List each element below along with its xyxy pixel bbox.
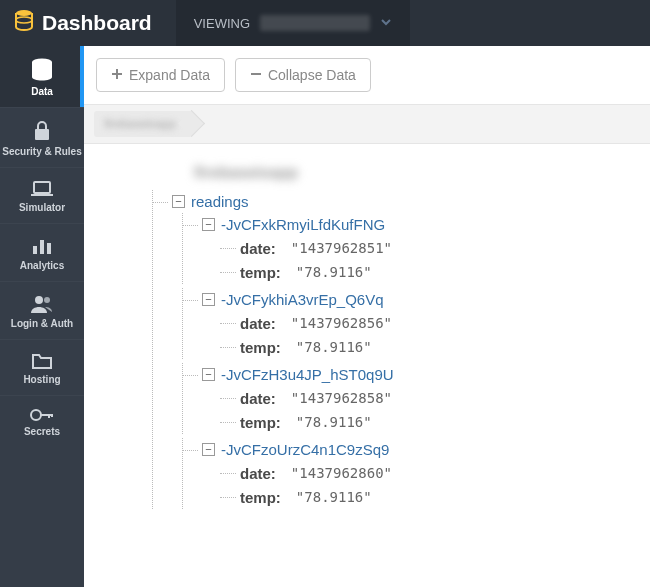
sidebar-item-label: Security & Rules [2,146,81,157]
node-key[interactable]: -JvCFzH3u4JP_hST0q9U [221,366,394,383]
svg-rect-3 [35,129,49,140]
node-key[interactable]: -JvCFxkRmyiLfdKufFNG [221,216,385,233]
leaf-value: "1437962860" [288,464,395,482]
leaf-key: temp [240,414,287,431]
viewing-selector[interactable]: VIEWING firebase-app-7b4e [176,0,410,46]
sidebar-item-secrets[interactable]: Secrets [0,395,84,447]
breadcrumb-bar: firebaseioapp [84,105,650,144]
tree-node-entry: − -JvCFzH3u4JP_hST0q9U date "1437962858"… [174,363,630,434]
expand-data-button[interactable]: Expand Data [96,58,225,92]
tree-leaf: temp "78.9116" [204,260,630,284]
sidebar-item-hosting[interactable]: Hosting [0,339,84,395]
sidebar-item-security[interactable]: Security & Rules [0,107,84,167]
tree-node-readings: − readings − -JvCFxkRmyiLfdKufFNG date "… [144,190,630,509]
node-key[interactable]: -JvCFzoUrzC4n1C9zSq9 [221,441,389,458]
leaf-value: "1437962856" [288,314,395,332]
svg-point-11 [31,410,41,420]
tree-leaf: temp "78.9116" [204,335,630,359]
leaf-value: "78.9116" [293,338,375,356]
sidebar-item-label: Simulator [19,202,65,213]
breadcrumb-root[interactable]: firebaseioapp [94,111,192,137]
tree-node-entry: − -JvCFxkRmyiLfdKufFNG date "1437962851"… [174,213,630,284]
leaf-value: "78.9116" [293,488,375,506]
tree-leaf: date "1437962860" [204,461,630,485]
collapse-toggle[interactable]: − [202,218,215,231]
viewing-label: VIEWING [194,16,250,31]
breadcrumb-label: firebaseioapp [104,117,176,131]
collapse-toggle[interactable]: − [202,443,215,456]
node-key[interactable]: -JvCFykhiA3vrEp_Q6Vq [221,291,384,308]
leaf-key: date [240,315,282,332]
sidebar-item-label: Data [31,86,53,97]
collapse-toggle[interactable]: − [202,368,215,381]
tree-leaf: temp "78.9116" [204,410,630,434]
leaf-key: date [240,465,282,482]
sidebar-item-data[interactable]: Data [0,46,84,107]
firebase-logo-icon [14,9,34,37]
tree-node-entry: − -JvCFykhiA3vrEp_Q6Vq date "1437962856"… [174,288,630,359]
tree-root-label: firebaseioapp [144,164,630,182]
sidebar-item-label: Hosting [23,374,60,385]
svg-rect-5 [31,194,53,196]
leaf-key: temp [240,339,287,356]
sidebar-item-label: Analytics [20,260,64,271]
top-bar: Dashboard VIEWING firebase-app-7b4e [0,0,650,46]
sidebar-item-analytics[interactable]: Analytics [0,223,84,281]
collapse-toggle[interactable]: − [202,293,215,306]
chart-icon [31,236,53,256]
plus-icon [111,67,123,83]
users-icon [30,294,54,314]
svg-rect-16 [112,73,122,75]
tree-leaf: date "1437962851" [204,236,630,260]
svg-rect-14 [51,414,53,417]
sidebar-item-login[interactable]: Login & Auth [0,281,84,339]
tree-leaf: temp "78.9116" [204,485,630,509]
sidebar-item-label: Secrets [24,426,60,437]
sidebar-item-simulator[interactable]: Simulator [0,167,84,223]
viewing-app-name: firebase-app-7b4e [260,15,370,31]
leaf-key: temp [240,264,287,281]
tree-leaf: date "1437962856" [204,311,630,335]
svg-rect-7 [40,240,44,254]
leaf-value: "78.9116" [293,413,375,431]
leaf-key: date [240,390,282,407]
svg-rect-6 [33,246,37,254]
svg-point-10 [44,297,50,303]
sidebar-item-label: Login & Auth [11,318,73,329]
svg-rect-4 [34,182,50,193]
laptop-icon [30,180,54,198]
minus-icon [250,67,262,83]
svg-rect-13 [48,414,50,418]
tree-node-entry: − -JvCFzoUrzC4n1C9zSq9 date "1437962860"… [174,438,630,509]
chevron-down-icon [380,16,392,31]
tree-leaf: date "1437962858" [204,386,630,410]
leaf-value: "1437962858" [288,389,395,407]
svg-point-9 [35,296,43,304]
leaf-value: "78.9116" [293,263,375,281]
app-title: Dashboard [42,11,152,35]
lock-icon [32,120,52,142]
leaf-key: temp [240,489,287,506]
svg-point-0 [16,10,32,16]
toolbar: Expand Data Collapse Data [84,46,650,105]
collapse-data-button[interactable]: Collapse Data [235,58,371,92]
expand-label: Expand Data [129,67,210,83]
svg-rect-12 [40,414,52,416]
sidebar: Data Security & Rules Simulator Analytic… [0,46,84,587]
logo: Dashboard [0,9,166,37]
leaf-value: "1437962851" [288,239,395,257]
folder-icon [31,352,53,370]
data-tree: firebaseioapp − readings − -JvCFxkRmyiLf… [84,144,650,587]
svg-point-1 [16,17,32,23]
leaf-key: date [240,240,282,257]
svg-rect-8 [47,243,51,254]
collapse-label: Collapse Data [268,67,356,83]
key-icon [30,408,54,422]
database-icon [29,58,55,82]
collapse-toggle[interactable]: − [172,195,185,208]
node-key[interactable]: readings [191,193,249,210]
svg-rect-17 [251,73,261,75]
